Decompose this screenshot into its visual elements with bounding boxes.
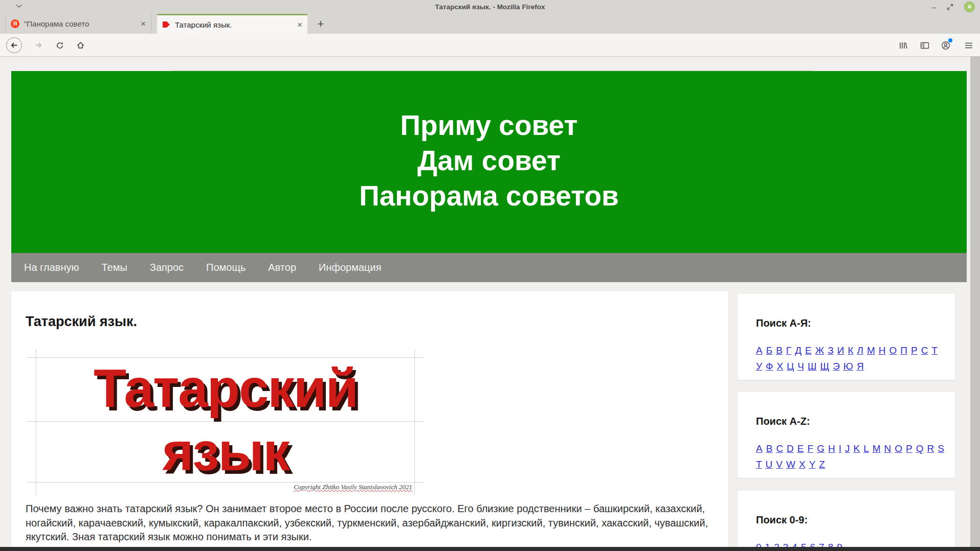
new-tab-button[interactable]: + (313, 16, 328, 32)
letter-link[interactable]: Щ (820, 359, 829, 374)
site-nav: На главнуюТемыЗапросПомощьАвторИнформаци… (11, 253, 967, 282)
article-heading: Татарский язык. (26, 314, 137, 330)
sidebar-panel-icon[interactable] (917, 37, 932, 53)
letter-link[interactable]: B (766, 441, 773, 456)
letter-link[interactable]: Н (879, 343, 886, 358)
letter-link[interactable]: Ц (787, 359, 794, 374)
letter-link[interactable]: E (797, 441, 804, 456)
letter-link[interactable]: З (828, 343, 833, 358)
letter-link[interactable]: Ж (815, 343, 825, 358)
letter-link[interactable]: Л (857, 343, 863, 358)
browser-toolbar: advice.panorama-sovetov.ru/page/tatar-te… (0, 34, 980, 57)
letter-index: ABCDEFGHIJKLMNOPQRSTUVWXYZ (756, 441, 950, 473)
banner-line: Дам совет (11, 143, 967, 178)
letter-link[interactable]: У (756, 359, 762, 374)
letter-link[interactable]: K (853, 441, 860, 456)
letter-link[interactable]: F (808, 441, 814, 456)
letter-link[interactable]: G (817, 441, 825, 456)
letter-link[interactable]: Б (766, 343, 772, 358)
letter-link[interactable]: К (848, 343, 853, 358)
letter-link[interactable]: N (884, 441, 892, 456)
image-word: Татарский (27, 357, 425, 421)
letter-link[interactable]: Р (911, 343, 918, 358)
letter-link[interactable]: В (776, 343, 783, 358)
letter-link[interactable]: П (900, 343, 907, 358)
letter-link[interactable]: Я (857, 359, 864, 374)
tab-tatar-language[interactable]: Татарский язык. × (157, 14, 307, 34)
letter-link[interactable]: Ф (766, 359, 773, 374)
letter-link[interactable]: Ш (808, 359, 816, 374)
letter-link[interactable]: Е (805, 343, 812, 358)
letter-link[interactable]: Г (786, 343, 791, 358)
reload-button[interactable] (52, 37, 68, 53)
back-button[interactable] (6, 37, 22, 53)
letter-link[interactable]: D (787, 441, 794, 456)
menu-icon[interactable] (961, 37, 976, 53)
letter-link[interactable]: I (839, 441, 841, 456)
image-word: язык (27, 421, 425, 482)
window-title: Татарский язык. - Mozilla Firefox (0, 0, 980, 14)
sidebar-heading: Поиск А-Я: (756, 317, 811, 329)
letter-link[interactable]: И (837, 343, 844, 358)
letter-link[interactable]: C (776, 441, 783, 456)
home-button[interactable] (73, 37, 88, 53)
banner-line: Приму совет (11, 108, 967, 143)
letter-link[interactable]: Q (916, 441, 924, 456)
letter-link[interactable]: Y (809, 457, 816, 472)
letter-link[interactable]: Z (819, 457, 825, 472)
letter-link[interactable]: X (799, 457, 806, 472)
forward-button[interactable] (31, 37, 47, 53)
nav-link[interactable]: Запрос (150, 262, 184, 273)
letter-index: АБВГДЕЖЗИКЛМНОПРСТУФХЦЧШЩЭЮЯ (756, 343, 950, 375)
nav-link[interactable]: Информация (319, 262, 381, 273)
notification-dot (948, 38, 952, 42)
sidebar-card-digits: Поиск 0-9: 0123456789 (738, 491, 955, 551)
letter-link[interactable]: Ч (797, 359, 804, 374)
letter-link[interactable]: V (776, 457, 783, 472)
letter-link[interactable]: H (828, 441, 835, 456)
nav-link[interactable]: Помощь (206, 262, 246, 273)
letter-link[interactable]: W (786, 457, 795, 472)
letter-link[interactable]: O (895, 441, 902, 456)
letter-link[interactable]: Э (833, 359, 840, 374)
letter-link[interactable]: J (845, 441, 850, 456)
tab-close-icon[interactable]: × (141, 19, 146, 28)
banner-line: Панорама советов (11, 178, 967, 214)
letter-link[interactable]: Т (931, 343, 938, 358)
tab-title: "Панорама совето (24, 19, 137, 28)
red-flag-favicon-icon (162, 20, 170, 29)
nav-link[interactable]: Темы (101, 262, 127, 273)
letter-link[interactable]: М (867, 343, 875, 358)
sidebar-card-latin: Поиск A-Z: ABCDEFGHIJKLMNOPQRSTUVWXYZ (738, 392, 955, 478)
account-icon[interactable] (938, 37, 953, 53)
letter-link[interactable]: А (756, 343, 763, 358)
tab-close-icon[interactable]: × (297, 20, 302, 29)
nav-link[interactable]: Автор (268, 262, 296, 273)
sidebar-heading: Поиск A-Z: (756, 416, 810, 427)
close-button[interactable]: ✕ (964, 2, 975, 12)
library-icon[interactable] (895, 37, 911, 53)
letter-link[interactable]: R (927, 441, 934, 456)
restore-button[interactable] (946, 3, 954, 11)
letter-link[interactable]: Д (795, 343, 801, 358)
letter-link[interactable]: L (863, 441, 869, 456)
letter-link[interactable]: О (889, 343, 897, 358)
minimize-button[interactable]: – (932, 0, 936, 14)
letter-link[interactable]: M (873, 441, 881, 456)
letter-link[interactable]: U (766, 457, 773, 472)
letter-link[interactable]: Х (777, 359, 784, 374)
article-paragraph: Почему важно знать татарский язык? Он за… (26, 502, 718, 544)
nav-link[interactable]: На главную (24, 262, 79, 273)
letter-link[interactable]: С (921, 343, 928, 358)
bottom-edge-bar (0, 547, 980, 551)
tab-bar: Я "Панорама совето × Татарский язык. × + (0, 14, 980, 34)
letter-link[interactable]: P (906, 441, 912, 456)
scrollbar[interactable] (970, 57, 980, 547)
site-banner: Приму совет Дам совет Панорама советов (11, 71, 967, 253)
sidebar-card-cyrillic: Поиск А-Я: АБВГДЕЖЗИКЛМНОПРСТУФХЦЧШЩЭЮЯ (738, 294, 955, 380)
tab-panorama-sovetov[interactable]: Я "Панорама совето × (5, 14, 151, 34)
letter-link[interactable]: Ю (843, 359, 853, 374)
letter-link[interactable]: S (938, 441, 944, 456)
letter-link[interactable]: T (756, 457, 762, 472)
letter-link[interactable]: A (756, 441, 763, 456)
